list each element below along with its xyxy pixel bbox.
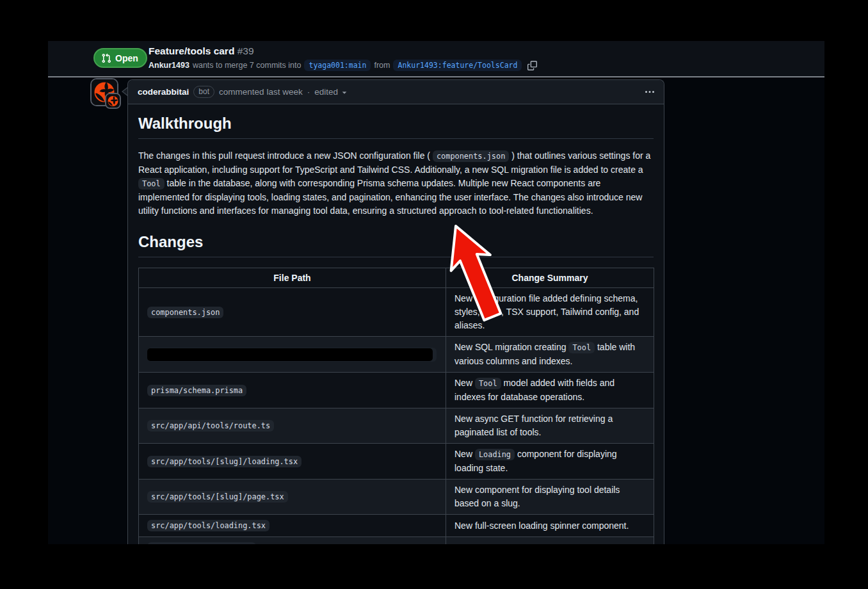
file-path-cell: src/app/tools/page.tsx bbox=[139, 537, 446, 545]
inline-code: Tool bbox=[138, 178, 165, 190]
changes-table-body: components.json New configuration file a… bbox=[139, 288, 654, 545]
from-text: from bbox=[374, 61, 390, 70]
copy-icon bbox=[527, 61, 537, 70]
walkthrough-heading: Walkthrough bbox=[138, 115, 654, 139]
pull-request-page: Open Feature/tools card #39 Ankur1493 wa… bbox=[48, 41, 824, 544]
triangle-down-icon bbox=[340, 88, 349, 97]
merge-text: wants to merge 7 commits into bbox=[193, 61, 301, 70]
table-row: New SQL migration creating Tool table wi… bbox=[139, 337, 654, 373]
inline-code: Loading bbox=[475, 449, 515, 460]
coderabbit-logo-small bbox=[106, 94, 120, 108]
change-summary-cell: New Loading component for displaying loa… bbox=[446, 444, 654, 480]
inline-code: components.json bbox=[433, 150, 509, 162]
separator-dot: · bbox=[307, 87, 310, 97]
pr-header: Open Feature/tools card #39 Ankur1493 wa… bbox=[48, 41, 824, 77]
table-row: components.json New configuration file a… bbox=[139, 288, 654, 337]
file-path-cell: src/app/api/tools/route.ts bbox=[139, 408, 446, 444]
file-path-cell: src/app/tools/[slug]/loading.tsx bbox=[139, 444, 446, 480]
pr-status-label: Open bbox=[115, 53, 138, 63]
change-summary-header: Change Summary bbox=[446, 268, 654, 288]
file-path-code: src/app/tools/page.tsx bbox=[147, 542, 256, 544]
table-row: src/app/tools/loading.tsx New full-scree… bbox=[139, 515, 654, 537]
base-branch-label: tyaga001:main bbox=[304, 60, 371, 71]
comment-menu-button[interactable] bbox=[645, 87, 655, 97]
comment-author-link[interactable]: coderabbitai bbox=[138, 87, 189, 97]
changes-heading: Changes bbox=[138, 233, 654, 257]
change-summary-cell: New configuration file added defining sc… bbox=[446, 288, 654, 337]
kebab-horizontal-icon bbox=[645, 87, 655, 97]
file-path-code: src/app/api/tools/route.ts bbox=[147, 420, 274, 432]
table-header-row: File Path Change Summary bbox=[139, 268, 654, 288]
file-path-code: src/app/tools/[slug]/loading.tsx bbox=[147, 456, 301, 467]
inline-code: Tool bbox=[568, 342, 595, 353]
pr-number: #39 bbox=[237, 45, 254, 56]
file-path-code: src/app/tools/[slug]/page.tsx bbox=[147, 491, 288, 503]
inline-code: Tool bbox=[475, 378, 501, 389]
file-path-cell: src/app/tools/loading.tsx bbox=[139, 515, 446, 537]
copy-branch-button[interactable] bbox=[527, 61, 537, 70]
redacted-file-path bbox=[147, 348, 437, 362]
walkthrough-paragraph: The changes in this pull request introdu… bbox=[138, 149, 654, 218]
head-branch-label: Ankur1493:feature/ToolsCard bbox=[393, 60, 522, 71]
file-path-cell bbox=[139, 337, 446, 373]
file-path-cell: components.json bbox=[139, 288, 446, 337]
change-summary-cell: New SQL migration creating Tool table wi… bbox=[446, 337, 654, 373]
table-row: src/app/tools/[slug]/page.tsx New compon… bbox=[139, 480, 654, 515]
bot-badge: bot bbox=[193, 86, 214, 98]
redaction-bar bbox=[147, 348, 433, 361]
git-pull-request-icon bbox=[101, 53, 111, 63]
change-summary-cell: New tools page component with pagination bbox=[446, 537, 654, 545]
file-path-cell: src/app/tools/[slug]/page.tsx bbox=[139, 480, 446, 515]
file-path-header: File Path bbox=[139, 268, 446, 288]
edited-dropdown[interactable]: edited bbox=[314, 87, 349, 97]
coderabbit-avatar-badge bbox=[105, 93, 121, 109]
table-row: prisma/schema.prisma New Tool model adde… bbox=[139, 373, 654, 408]
comment-body: Walkthrough The changes in this pull req… bbox=[128, 104, 664, 544]
file-path-code: src/app/tools/loading.tsx bbox=[147, 520, 269, 531]
file-path-code: components.json bbox=[147, 307, 223, 318]
pr-author-link[interactable]: Ankur1493 bbox=[149, 61, 189, 70]
file-path-code: prisma/schema.prisma bbox=[147, 385, 246, 396]
change-summary-cell: New async GET function for retrieving a … bbox=[446, 408, 654, 444]
table-row: src/app/tools/[slug]/loading.tsx New Loa… bbox=[139, 444, 654, 480]
change-summary-cell: New Tool model added with fields and ind… bbox=[446, 373, 654, 408]
commented-text: commented bbox=[219, 87, 264, 97]
changes-table: File Path Change Summary components.json… bbox=[138, 268, 654, 544]
comment-card: coderabbitai bot commented last week · e… bbox=[127, 79, 664, 544]
table-row: src/app/tools/page.tsx New tools page co… bbox=[139, 537, 654, 545]
table-row: src/app/api/tools/route.ts New async GET… bbox=[139, 408, 654, 444]
pr-merge-summary: Ankur1493 wants to merge 7 commits into … bbox=[149, 60, 537, 71]
pr-status-badge: Open bbox=[93, 48, 147, 68]
comment-timestamp-link[interactable]: last week bbox=[267, 87, 303, 97]
change-summary-cell: New full-screen loading spinner componen… bbox=[446, 515, 654, 537]
pr-title: Feature/tools card #39 bbox=[149, 45, 254, 57]
change-summary-cell: New component for displaying tool detail… bbox=[446, 480, 654, 515]
file-path-cell: prisma/schema.prisma bbox=[139, 373, 446, 408]
comment-header: coderabbitai bot commented last week · e… bbox=[128, 80, 664, 104]
